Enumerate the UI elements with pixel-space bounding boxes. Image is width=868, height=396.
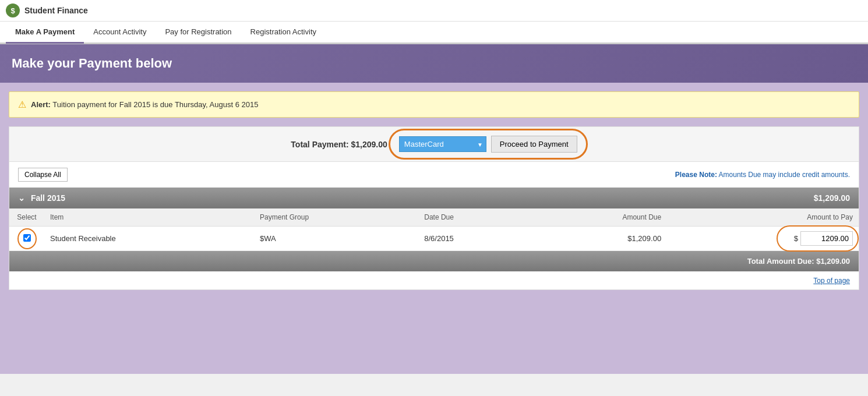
col-header-payment-group: Payment Group xyxy=(254,208,418,227)
tab-bar: Make A Payment Account Activity Pay for … xyxy=(0,22,868,44)
app-title: Student Finance xyxy=(24,6,88,15)
table-header-row: Select Item Payment Group Date Due Amoun… xyxy=(9,208,859,227)
payment-group-cell: $WA xyxy=(254,227,418,251)
date-due-cell: 8/6/2015 xyxy=(418,227,530,251)
alert-box: ⚠ Alert: Tuition payment for Fall 2015 i… xyxy=(9,91,859,118)
tab-account-activity[interactable]: Account Activity xyxy=(84,22,156,44)
main-content: Make your Payment below ⚠ Alert: Tuition… xyxy=(0,44,868,374)
table-row: Student Receivable $WA 8/6/2015 $1,209.0… xyxy=(9,227,859,251)
amount-to-pay-input[interactable] xyxy=(800,231,853,246)
col-header-amount-to-pay: Amount to Pay xyxy=(667,208,859,227)
total-payment-row: Total Payment: $1,209.00 MasterCardVisae… xyxy=(9,127,859,162)
amount-to-pay-cell: $ xyxy=(667,227,859,251)
tab-make-payment[interactable]: Make A Payment xyxy=(6,22,84,44)
payment-table: Select Item Payment Group Date Due Amoun… xyxy=(9,208,859,251)
app-header: $ Student Finance xyxy=(0,0,868,22)
table-body: Student Receivable $WA 8/6/2015 $1,209.0… xyxy=(9,227,859,251)
alert-icon: ⚠ xyxy=(18,99,26,110)
proceed-to-payment-button[interactable]: Proceed to Payment xyxy=(491,136,577,153)
content-wrapper: ⚠ Alert: Tuition payment for Fall 2015 i… xyxy=(0,83,868,374)
alert-text: Alert: Tuition payment for Fall 2015 is … xyxy=(31,100,258,109)
total-payment-label: Total Payment: $1,209.00 xyxy=(291,140,387,149)
select-cell xyxy=(9,227,44,251)
collapse-all-button[interactable]: Collapse All xyxy=(18,168,68,182)
payment-method-dropdown-wrapper: MasterCardVisaeCheck xyxy=(399,136,486,152)
col-header-date-due: Date Due xyxy=(418,208,530,227)
section-amount: $1,209.00 xyxy=(814,193,850,203)
row-checkbox[interactable] xyxy=(23,234,31,242)
checkbox-wrapper xyxy=(23,234,31,243)
amount-due-cell: $1,209.00 xyxy=(530,227,667,251)
item-cell: Student Receivable xyxy=(44,227,254,251)
dollar-sign: $ xyxy=(794,234,798,243)
tab-registration-activity[interactable]: Registration Activity xyxy=(241,22,326,44)
table-controls-row: Collapse All Please Note: Amounts Due ma… xyxy=(9,162,859,188)
section-header: ⌄ Fall 2015 $1,209.00 xyxy=(9,188,859,208)
nav-tabs: Make A Payment Account Activity Pay for … xyxy=(0,22,868,44)
total-footer: Total Amount Due: $1,209.00 xyxy=(9,251,859,271)
payment-section: Total Payment: $1,209.00 MasterCardVisae… xyxy=(9,126,859,290)
page-header: Make your Payment below xyxy=(0,44,868,83)
top-of-page-row: Top of page xyxy=(9,271,859,289)
payment-method-select[interactable]: MasterCardVisaeCheck xyxy=(399,136,486,152)
top-of-page-link[interactable]: Top of page xyxy=(813,277,850,285)
table-header: Select Item Payment Group Date Due Amoun… xyxy=(9,208,859,227)
col-header-amount-due: Amount Due xyxy=(530,208,667,227)
amount-to-pay-wrapper: $ xyxy=(794,231,853,246)
section-label: ⌄ Fall 2015 xyxy=(18,193,65,203)
payment-controls: MasterCardVisaeCheck Proceed to Payment xyxy=(399,136,577,153)
please-note-text: Please Note: Amounts Due may include cre… xyxy=(675,171,850,179)
col-header-item: Item xyxy=(44,208,254,227)
app-logo: $ xyxy=(6,3,20,17)
tab-pay-for-registration[interactable]: Pay for Registration xyxy=(156,22,241,44)
page-title: Make your Payment below xyxy=(12,56,856,71)
col-header-select: Select xyxy=(9,208,44,227)
collapse-chevron: ⌄ xyxy=(18,193,25,203)
